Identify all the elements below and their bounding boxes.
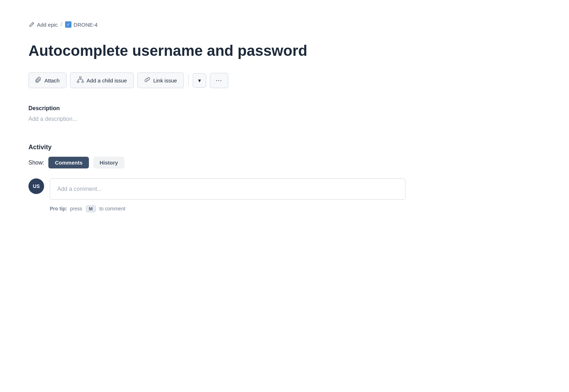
- description-placeholder[interactable]: Add a description...: [28, 116, 541, 122]
- breadcrumb-add-epic[interactable]: Add epic: [28, 21, 58, 28]
- avatar: US: [28, 178, 44, 194]
- child-issue-icon: [77, 76, 84, 84]
- breadcrumb-issue-link[interactable]: ✓ DRONE-4: [65, 21, 98, 28]
- activity-section: Activity Show: Comments History US Add a…: [28, 144, 541, 212]
- comment-row: US Add a comment...: [28, 178, 541, 200]
- paperclip-icon: [35, 76, 42, 84]
- comment-input[interactable]: Add a comment...: [50, 178, 405, 200]
- attach-button[interactable]: Attach: [28, 73, 67, 88]
- pro-tip-prefix: Pro tip:: [50, 206, 67, 211]
- action-toolbar: Attach Add a child issue Link issue ▾ ··…: [28, 73, 541, 88]
- more-options-button[interactable]: ···: [210, 73, 228, 88]
- description-section: Description Add a description...: [28, 105, 541, 122]
- description-label: Description: [28, 105, 541, 112]
- toolbar-divider: [188, 75, 188, 86]
- dropdown-button[interactable]: ▾: [193, 73, 206, 88]
- tab-history[interactable]: History: [93, 157, 124, 168]
- pro-tip-suffix: to comment: [99, 206, 125, 211]
- key-badge-m: M: [86, 205, 96, 212]
- breadcrumb-issue-id: DRONE-4: [74, 22, 98, 28]
- svg-rect-2: [82, 81, 84, 82]
- add-epic-label: Add epic: [37, 22, 58, 28]
- chevron-down-icon: ▾: [198, 77, 201, 84]
- comment-placeholder: Add a comment...: [57, 186, 102, 192]
- child-issue-button[interactable]: Add a child issue: [70, 73, 134, 88]
- breadcrumb: Add epic / ✓ DRONE-4: [28, 21, 541, 28]
- pencil-icon: [28, 21, 35, 28]
- activity-show-row: Show: Comments History: [28, 157, 541, 168]
- activity-title: Activity: [28, 144, 541, 151]
- page-title: Autocomplete username and password: [28, 42, 349, 60]
- breadcrumb-separator: /: [60, 21, 62, 28]
- child-issue-label: Add a child issue: [87, 77, 127, 84]
- ellipsis-icon: ···: [216, 77, 222, 84]
- svg-rect-1: [77, 81, 79, 82]
- link-issue-button[interactable]: Link issue: [137, 73, 184, 88]
- tab-comments[interactable]: Comments: [48, 157, 89, 168]
- pro-tip: Pro tip: press M to comment: [50, 205, 541, 212]
- checkbox-icon: ✓: [65, 21, 71, 28]
- attach-label: Attach: [44, 77, 60, 84]
- link-issue-label: Link issue: [153, 77, 177, 84]
- link-icon: [144, 76, 150, 84]
- show-label: Show:: [28, 160, 44, 166]
